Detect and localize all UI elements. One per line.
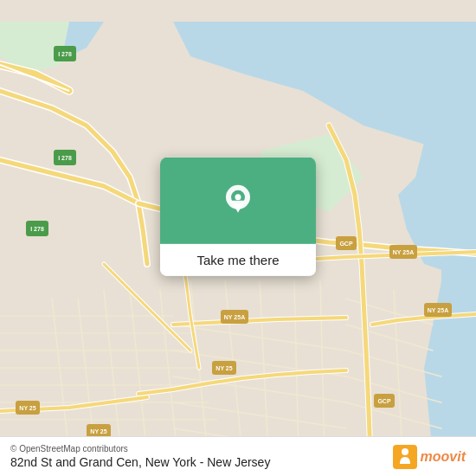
svg-text:NY 25: NY 25 bbox=[215, 365, 232, 371]
moovit-text: moovit bbox=[421, 449, 466, 465]
card-map-preview bbox=[160, 158, 316, 244]
svg-text:NY 25A: NY 25A bbox=[393, 249, 414, 255]
location-info: © OpenStreetMap contributors 82nd St and… bbox=[10, 444, 270, 469]
map-attribution: © OpenStreetMap contributors bbox=[10, 444, 270, 453]
svg-text:NY 25A: NY 25A bbox=[428, 307, 448, 313]
svg-text:I 278: I 278 bbox=[58, 51, 72, 57]
svg-text:GCP: GCP bbox=[339, 241, 353, 247]
location-card: Take me there bbox=[160, 158, 316, 276]
svg-point-67 bbox=[402, 448, 408, 455]
svg-text:I 278: I 278 bbox=[58, 155, 72, 161]
location-name: 82nd St and Grand Cen, New York - New Je… bbox=[10, 455, 270, 469]
map-container: I 278 I 278 I 278 NY 25 NY 25A NY 25A NY… bbox=[0, 0, 476, 476]
svg-text:NY 25A: NY 25A bbox=[224, 314, 245, 320]
svg-point-65 bbox=[235, 194, 241, 200]
take-me-there-button[interactable]: Take me there bbox=[160, 244, 316, 276]
map-pin-icon bbox=[219, 182, 257, 220]
svg-text:GCP: GCP bbox=[377, 398, 391, 404]
svg-text:NY 25: NY 25 bbox=[19, 405, 35, 411]
bottom-bar: © OpenStreetMap contributors 82nd St and… bbox=[0, 436, 476, 476]
svg-text:I 278: I 278 bbox=[30, 226, 44, 232]
moovit-icon bbox=[393, 445, 417, 469]
svg-text:NY 25: NY 25 bbox=[90, 428, 106, 434]
moovit-logo: moovit bbox=[393, 445, 466, 469]
